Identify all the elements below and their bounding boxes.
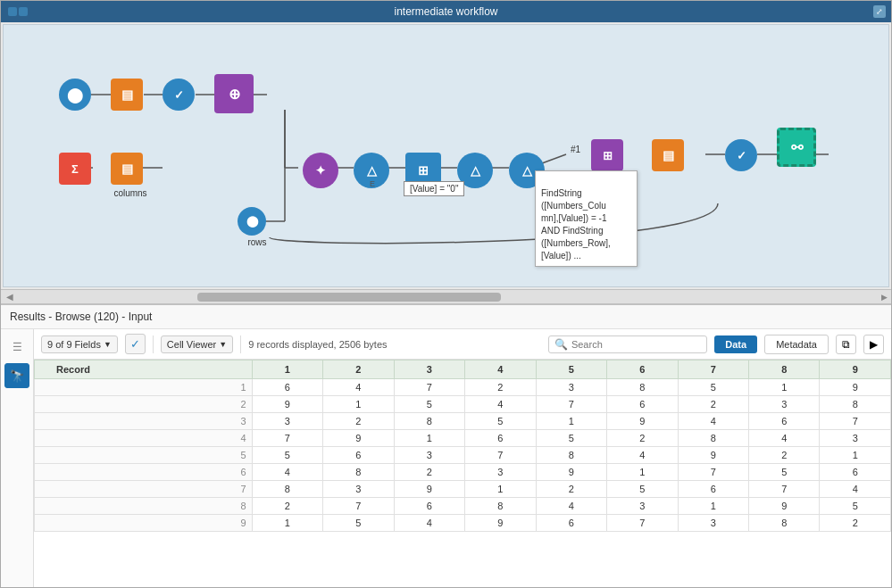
cell-r9-c7[interactable]: 3: [678, 515, 748, 532]
icon-binoculars-btn[interactable]: 🔭: [4, 363, 29, 388]
node-check-r1[interactable]: ✓: [163, 79, 195, 111]
cell-r4-c4[interactable]: 6: [465, 430, 536, 447]
cell-r2-c5[interactable]: 7: [536, 396, 606, 413]
cell-r3-c3[interactable]: 8: [394, 413, 464, 430]
table-row[interactable]: 3328519467: [35, 413, 891, 430]
cell-r2-c3[interactable]: 5: [394, 396, 464, 413]
cell-r4-c7[interactable]: 8: [678, 430, 748, 447]
cell-r2-c4[interactable]: 4: [465, 396, 536, 413]
cell-r1-c3[interactable]: 7: [394, 379, 464, 396]
node-join-2[interactable]: ⊞: [591, 139, 623, 171]
cell-r8-c7[interactable]: 1: [678, 498, 748, 515]
cell-r7-c2[interactable]: 3: [323, 481, 394, 498]
cell-r5-c6[interactable]: 4: [607, 447, 678, 464]
table-row[interactable]: 8276843195: [35, 498, 891, 515]
table-row[interactable]: 5563784921: [35, 447, 891, 464]
cell-r4-c6[interactable]: 2: [607, 430, 678, 447]
table-row[interactable]: 1647238519: [35, 379, 891, 396]
more-icon-btn[interactable]: ▶: [863, 335, 884, 354]
cell-r6-c6[interactable]: 1: [607, 464, 678, 481]
metadata-button[interactable]: Metadata: [764, 335, 829, 354]
cell-r8-c5[interactable]: 4: [536, 498, 606, 515]
node-join[interactable]: ⊕: [214, 74, 254, 113]
data-button[interactable]: Data: [714, 335, 757, 353]
cell-r2-c7[interactable]: 2: [678, 396, 748, 413]
cell-r5-c2[interactable]: 6: [323, 447, 394, 464]
icon-lines-btn[interactable]: ☰: [4, 335, 29, 360]
cell-r2-c8[interactable]: 3: [748, 396, 819, 413]
cell-r2-c1[interactable]: 9: [252, 396, 322, 413]
cell-r8-c1[interactable]: 2: [252, 498, 322, 515]
cell-r8-c2[interactable]: 7: [323, 498, 394, 515]
cell-r7-c3[interactable]: 9: [394, 481, 464, 498]
cell-r6-c7[interactable]: 7: [678, 464, 748, 481]
table-row[interactable]: 4791652843: [35, 430, 891, 447]
node-rows-input[interactable]: ⬤: [238, 207, 266, 236]
cell-r1-c7[interactable]: 5: [678, 379, 748, 396]
cell-r5-c3[interactable]: 3: [394, 447, 464, 464]
cell-r4-c5[interactable]: 5: [536, 430, 606, 447]
fields-dropdown[interactable]: 9 of 9 Fields ▼: [41, 335, 118, 353]
node-check-post[interactable]: ✓: [725, 139, 757, 171]
cell-r8-c9[interactable]: 5: [820, 498, 891, 515]
cell-r3-c2[interactable]: 2: [323, 413, 394, 430]
table-row[interactable]: 9154967382: [35, 515, 891, 532]
table-row[interactable]: 2915476238: [35, 396, 891, 413]
cell-r8-c3[interactable]: 6: [394, 498, 464, 515]
cell-r3-c9[interactable]: 7: [820, 413, 891, 430]
node-input[interactable]: ⬤: [59, 79, 91, 111]
cell-r1-c2[interactable]: 4: [323, 379, 394, 396]
cell-r7-c4[interactable]: 1: [465, 481, 536, 498]
maximize-button[interactable]: ⤢: [873, 5, 886, 18]
node-select-r1[interactable]: ▤: [111, 79, 143, 111]
cell-r7-c1[interactable]: 8: [252, 481, 322, 498]
cell-r7-c8[interactable]: 7: [748, 481, 819, 498]
cell-r8-c8[interactable]: 9: [748, 498, 819, 515]
cell-r9-c3[interactable]: 4: [394, 515, 464, 532]
cell-r6-c2[interactable]: 8: [323, 464, 394, 481]
cell-r9-c8[interactable]: 8: [748, 515, 819, 532]
cell-r3-c7[interactable]: 4: [678, 413, 748, 430]
scroll-left-arrow[interactable]: ◀: [4, 290, 15, 303]
check-button[interactable]: ✓: [125, 334, 146, 354]
cell-r3-c8[interactable]: 6: [748, 413, 819, 430]
cell-r1-c5[interactable]: 3: [536, 379, 606, 396]
cell-r2-c2[interactable]: 1: [323, 396, 394, 413]
table-row[interactable]: 6482391756: [35, 464, 891, 481]
cell-r5-c4[interactable]: 7: [465, 447, 536, 464]
cell-r6-c1[interactable]: 4: [252, 464, 322, 481]
cell-r9-c2[interactable]: 5: [323, 515, 394, 532]
node-sum[interactable]: Σ: [59, 153, 91, 185]
cell-r5-c9[interactable]: 1: [820, 447, 891, 464]
cell-r5-c1[interactable]: 5: [252, 447, 322, 464]
cell-r6-c9[interactable]: 6: [820, 464, 891, 481]
cell-r9-c6[interactable]: 7: [607, 515, 678, 532]
workflow-canvas[interactable]: #1 #2 ⬤ ▤ ✓: [3, 24, 889, 287]
cell-r6-c8[interactable]: 5: [748, 464, 819, 481]
cell-r9-c4[interactable]: 9: [465, 515, 536, 532]
cell-r2-c9[interactable]: 8: [820, 396, 891, 413]
cell-r3-c1[interactable]: 3: [252, 413, 322, 430]
cell-r1-c9[interactable]: 9: [820, 379, 891, 396]
search-input[interactable]: [571, 339, 701, 350]
node-browse[interactable]: ⚯: [777, 128, 816, 167]
cell-r9-c1[interactable]: 1: [252, 515, 322, 532]
cell-r2-c6[interactable]: 6: [607, 396, 678, 413]
cell-r1-c4[interactable]: 2: [465, 379, 536, 396]
cell-r9-c9[interactable]: 2: [820, 515, 891, 532]
horizontal-scrollbar[interactable]: ◀ ▶: [1, 289, 891, 303]
cell-r5-c8[interactable]: 2: [748, 447, 819, 464]
cell-r3-c5[interactable]: 1: [536, 413, 606, 430]
cell-r7-c7[interactable]: 6: [678, 481, 748, 498]
cell-r3-c4[interactable]: 5: [465, 413, 536, 430]
scroll-right-arrow[interactable]: ▶: [881, 293, 888, 302]
cell-r5-c5[interactable]: 8: [536, 447, 606, 464]
cell-r3-c6[interactable]: 9: [607, 413, 678, 430]
cell-r5-c7[interactable]: 9: [678, 447, 748, 464]
cell-r9-c5[interactable]: 6: [536, 515, 606, 532]
cell-r1-c1[interactable]: 6: [252, 379, 322, 396]
cell-r1-c6[interactable]: 8: [607, 379, 678, 396]
node-crosstab[interactable]: ✦: [303, 153, 338, 188]
cell-r4-c1[interactable]: 7: [252, 430, 322, 447]
cell-r6-c4[interactable]: 3: [465, 464, 536, 481]
